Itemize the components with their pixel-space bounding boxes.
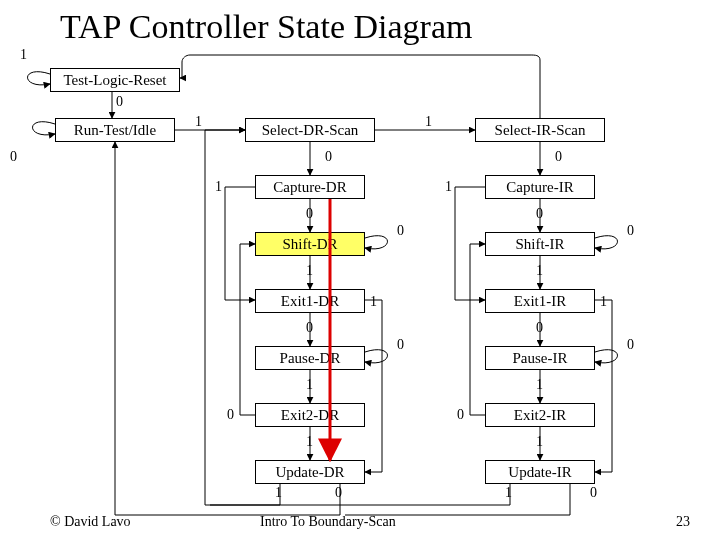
state-pir: Pause-IR xyxy=(485,346,595,370)
label-e2ir-shir: 0 xyxy=(457,408,464,422)
label-pir-self: 0 xyxy=(627,338,634,352)
footer-title: Intro To Boundary-Scan xyxy=(260,514,396,530)
label-tlr-self: 1 xyxy=(20,48,27,62)
state-e2ir: Exit2-IR xyxy=(485,403,595,427)
state-cir: Capture-IR xyxy=(485,175,595,199)
label-cdr-bypass: 1 xyxy=(215,180,222,194)
footer-copyright: © David Lavo xyxy=(50,514,131,530)
page-title: TAP Controller State Diagram xyxy=(60,8,472,46)
label-shdr-self: 0 xyxy=(397,224,404,238)
label-e1dr-pdr: 0 xyxy=(306,321,313,335)
label-pir-e2ir: 1 xyxy=(536,378,543,392)
label-uir-rti: 0 xyxy=(590,486,597,500)
label-e1dr-udr: 1 xyxy=(370,295,377,309)
label-shir-e1ir: 1 xyxy=(536,264,543,278)
state-e1dr: Exit1-DR xyxy=(255,289,365,313)
label-cir-bypass: 1 xyxy=(445,180,452,194)
label-udr-rti: 0 xyxy=(335,486,342,500)
label-e1ir-uir: 1 xyxy=(600,295,607,309)
label-sdr-cdr: 0 xyxy=(325,150,332,164)
label-e2dr-udr: 1 xyxy=(306,435,313,449)
state-shdr: Shift-DR xyxy=(255,232,365,256)
label-e1ir-pir: 0 xyxy=(536,321,543,335)
state-shir: Shift-IR xyxy=(485,232,595,256)
label-sir-cir: 0 xyxy=(555,150,562,164)
label-sdr-sir: 1 xyxy=(425,115,432,129)
state-pdr: Pause-DR xyxy=(255,346,365,370)
label-uir-sdr: 1 xyxy=(505,486,512,500)
label-e2ir-uir: 1 xyxy=(536,435,543,449)
label-rti-sdr: 1 xyxy=(195,115,202,129)
label-tlr-rti: 0 xyxy=(116,95,123,109)
label-udr-sdr: 1 xyxy=(275,486,282,500)
state-uir: Update-IR xyxy=(485,460,595,484)
label-shdr-e1dr: 1 xyxy=(306,264,313,278)
state-sir: Select-IR-Scan xyxy=(475,118,605,142)
state-cdr: Capture-DR xyxy=(255,175,365,199)
label-e2dr-shdr: 0 xyxy=(227,408,234,422)
state-tlr: Test-Logic-Reset xyxy=(50,68,180,92)
state-sdr: Select-DR-Scan xyxy=(245,118,375,142)
label-pdr-e2dr: 1 xyxy=(306,378,313,392)
label-cdr-shdr: 0 xyxy=(306,207,313,221)
state-e1ir: Exit1-IR xyxy=(485,289,595,313)
label-shir-self: 0 xyxy=(627,224,634,238)
state-rti: Run-Test/Idle xyxy=(55,118,175,142)
state-udr: Update-DR xyxy=(255,460,365,484)
label-rti-self: 0 xyxy=(10,150,17,164)
state-e2dr: Exit2-DR xyxy=(255,403,365,427)
footer-pagenum: 23 xyxy=(676,514,690,530)
label-pdr-self: 0 xyxy=(397,338,404,352)
label-cir-shir: 0 xyxy=(536,207,543,221)
